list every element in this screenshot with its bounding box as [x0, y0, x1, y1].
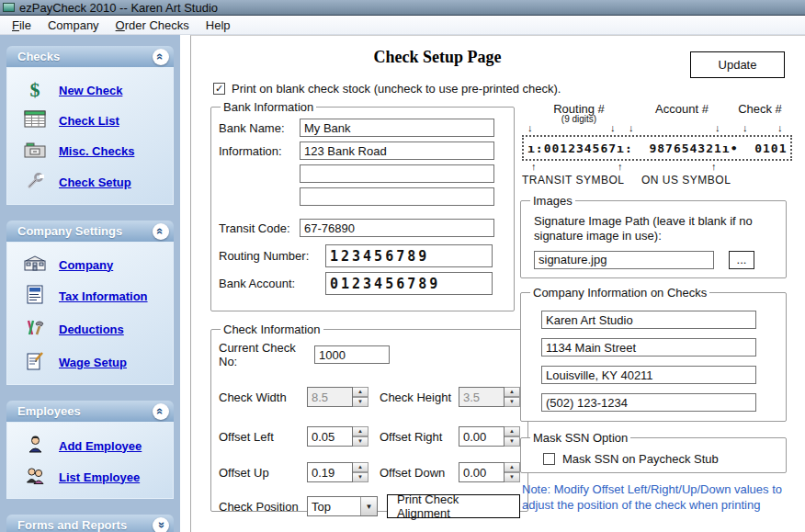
offset-left-value[interactable]: 0.05: [307, 426, 353, 447]
menu-help[interactable]: Help: [198, 17, 239, 34]
company-phone-input[interactable]: (502) 123-1234: [541, 393, 756, 412]
bank-account-input[interactable]: 0123456789: [325, 272, 493, 295]
routing-number-input[interactable]: 123456789: [325, 244, 493, 267]
check-position-select[interactable]: Top: [307, 496, 378, 516]
offset-up-spinner[interactable]: 0.19: [307, 462, 368, 482]
check-width-spinner: 8.5: [307, 387, 368, 407]
chevron-up-icon: [154, 228, 166, 234]
offset-left-spinner[interactable]: 0.05: [307, 426, 368, 447]
transit-symbol-label: TRANSIT SYMBOL: [522, 174, 624, 187]
expand-section-button[interactable]: [153, 517, 169, 532]
sidebar-item-label[interactable]: Wage Setup: [59, 356, 127, 369]
sidebar-item-company[interactable]: Company: [7, 250, 173, 279]
offset-down-value[interactable]: 0.00: [459, 462, 505, 482]
sidebar-item-label[interactable]: List Employee: [59, 470, 140, 484]
browse-button[interactable]: ...: [729, 251, 754, 269]
sidebar-section-forms-reports: Forms and Reports: [6, 515, 174, 532]
sidebar-item-add-employee[interactable]: Add Employee: [7, 430, 173, 461]
offset-right-spinner[interactable]: 0.00: [459, 426, 520, 447]
wrench-icon: [20, 172, 50, 193]
offset-ud-row: Offset Up 0.19 Offset Down 0.00: [219, 462, 520, 482]
information-row-1: Information: 123 Bank Road: [219, 141, 506, 160]
spinner-down-icon[interactable]: [505, 436, 520, 447]
sidebar-item-label[interactable]: Check Setup: [59, 175, 131, 189]
sidebar-item-label[interactable]: Deductions: [59, 323, 124, 336]
sidebar-item-check-list[interactable]: Check List: [7, 105, 173, 136]
sidebar-item-check-setup[interactable]: Check Setup: [7, 166, 173, 198]
mask-ssn-group: Mask SSN Option Mask SSN on Paycheck Stu…: [520, 431, 787, 473]
person-icon: [20, 436, 50, 456]
offset-right-value[interactable]: 0.00: [459, 426, 505, 447]
sidebar-section-employees: Employees Add Employee List Employee: [6, 401, 174, 499]
section-header-forms-reports[interactable]: Forms and Reports: [6, 515, 174, 532]
bank-information-group: Bank Information Bank Name: My Bank Info…: [210, 100, 515, 311]
sidebar-item-new-check[interactable]: $ New Check: [7, 75, 173, 105]
sidebar-item-label[interactable]: New Check: [59, 84, 122, 97]
chevron-down-icon[interactable]: [360, 497, 377, 515]
sidebar: Checks $ New Check Check List Misc. Chec…: [0, 35, 180, 532]
bank-name-input[interactable]: My Bank: [300, 119, 494, 137]
sidebar-item-label[interactable]: Tax Information: [59, 289, 148, 303]
spinner-up-icon[interactable]: [505, 462, 520, 472]
down-arrow-icon: ↓: [610, 122, 616, 133]
check-information-legend: Check Information: [221, 323, 323, 336]
sidebar-item-label[interactable]: Company: [59, 258, 113, 272]
spinner-down-icon[interactable]: [505, 472, 520, 482]
print-check-alignment-button[interactable]: Print Check Alignment: [387, 494, 520, 518]
signature-path-input[interactable]: signature.jpg: [534, 251, 714, 269]
section-title: Forms and Reports: [17, 518, 127, 532]
collapse-section-button[interactable]: [153, 223, 169, 240]
bank-information-input-3[interactable]: [300, 187, 494, 206]
sidebar-item-deductions[interactable]: Deductions: [7, 312, 173, 345]
company-city-input[interactable]: Louisville, KY 40211: [541, 366, 756, 384]
sidebar-item-list-employee[interactable]: List Employee: [7, 461, 173, 492]
section-title: Checks: [17, 50, 60, 63]
spinner-up-icon[interactable]: [353, 426, 368, 436]
company-street-input[interactable]: 1134 Main Street: [541, 338, 756, 357]
spinner-up-icon[interactable]: [505, 426, 520, 436]
spinner-up-icon[interactable]: [353, 462, 368, 472]
menu-company[interactable]: Company: [40, 17, 108, 34]
section-header-company-settings[interactable]: Company Settings: [6, 221, 174, 242]
offset-up-value[interactable]: 0.19: [307, 462, 353, 482]
sidebar-section-checks: Checks $ New Check Check List Misc. Chec…: [6, 46, 174, 205]
section-header-employees[interactable]: Employees: [6, 401, 174, 422]
spinner-up-icon: [353, 387, 368, 397]
sidebar-item-tax-information[interactable]: Tax Information: [7, 279, 173, 312]
sidebar-item-label[interactable]: Misc. Checks: [59, 144, 134, 158]
collapse-section-button[interactable]: [153, 49, 169, 65]
company-name-input[interactable]: Karen Art Studio: [541, 311, 756, 329]
current-check-no-input[interactable]: 1000: [314, 345, 390, 364]
spinner-down-icon[interactable]: [353, 472, 368, 482]
check-width-label: Check Width: [219, 391, 307, 404]
bank-information-input-2[interactable]: [300, 164, 494, 183]
account-number-callout: Account #: [640, 102, 724, 116]
information-label: Information:: [219, 144, 300, 158]
up-arrow-icon: ↑: [711, 161, 717, 172]
information-row-3: [219, 187, 506, 206]
spinner-up-icon: [505, 387, 520, 397]
section-header-checks[interactable]: Checks: [6, 46, 174, 67]
offset-right-label: Offset Right: [380, 430, 459, 444]
window-title: ezPayCheck 2010 -- Karen Art Studio: [19, 1, 218, 15]
check-height-label: Check Height: [380, 391, 459, 404]
sidebar-item-misc-checks[interactable]: Misc. Checks: [7, 136, 173, 166]
bank-account-label: Bank Account:: [219, 277, 325, 290]
sidebar-item-label[interactable]: Check List: [59, 114, 119, 128]
transit-code-input[interactable]: 67-76890: [300, 219, 494, 237]
mask-ssn-checkbox[interactable]: [543, 453, 555, 465]
collapse-section-button[interactable]: [153, 403, 169, 420]
offset-down-spinner[interactable]: 0.00: [459, 462, 520, 482]
menu-file[interactable]: File: [4, 17, 40, 34]
blank-stock-checkbox[interactable]: ✓: [213, 83, 225, 95]
down-arrow-icon: ↓: [715, 122, 720, 133]
bank-information-input-1[interactable]: 123 Bank Road: [300, 141, 494, 160]
sidebar-item-wage-setup[interactable]: Wage Setup: [7, 345, 173, 379]
sidebar-item-label[interactable]: Add Employee: [59, 439, 142, 453]
page-title: Check Setup Page: [300, 48, 575, 67]
menu-order-checks[interactable]: Order Checks: [108, 17, 198, 34]
up-arrow-icon: ↑: [618, 161, 623, 172]
blank-stock-row: ✓ Print on blank check stock (uncheck to…: [213, 82, 561, 96]
update-button[interactable]: Update: [690, 51, 785, 78]
spinner-down-icon[interactable]: [353, 436, 368, 447]
